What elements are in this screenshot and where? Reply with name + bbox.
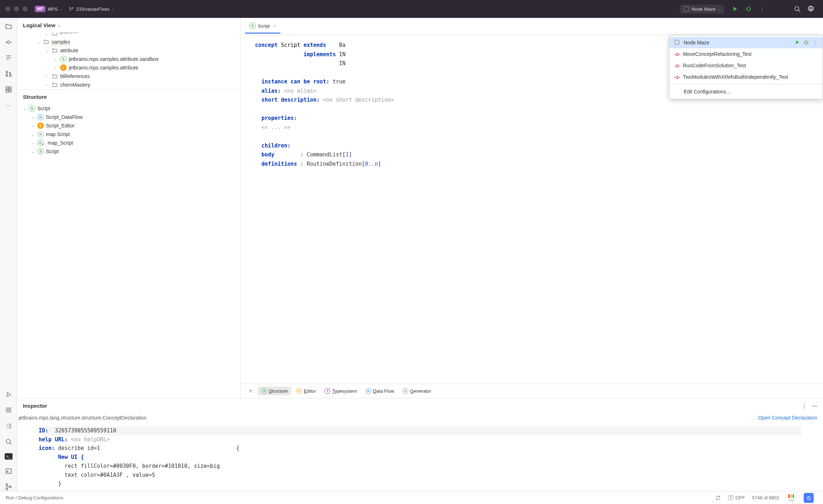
tree-item[interactable]: ⌄DScript_DataFlow (17, 113, 240, 121)
aspect-label: Typesystem (332, 388, 357, 394)
more-button[interactable]: ⋮ (757, 4, 767, 14)
branch-selector[interactable]: 233/vaclavFixes ⌄ (69, 6, 114, 12)
tree-item[interactable]: ⌄samples (17, 38, 240, 46)
run-button[interactable] (730, 4, 740, 14)
config-label: Node Maze (684, 40, 709, 45)
aspect-tab-typesystem[interactable]: TTypesystem (321, 387, 360, 395)
terminal-tool-icon[interactable]: >_ (5, 453, 13, 460)
vcs-tool-icon[interactable] (4, 483, 13, 491)
run-config-item[interactable]: Node Maze⋮ (669, 37, 823, 48)
tree-toggle[interactable]: ⌄ (46, 49, 52, 53)
close-window[interactable] (5, 6, 10, 11)
aspect-icon: G (403, 388, 408, 394)
run-tool-icon[interactable] (4, 390, 13, 399)
tree-toggle[interactable]: ⌄ (32, 132, 37, 136)
console-tool-icon[interactable] (4, 467, 13, 475)
project-tool-icon[interactable] (4, 22, 13, 31)
edit-configurations-item[interactable]: Edit Configurations… (669, 86, 823, 97)
inspector-more-icon[interactable]: ⋮ (802, 403, 807, 409)
tree-item[interactable]: ›Sjetbrains.mps.samples.attribute.sandbo… (17, 55, 240, 63)
inspector-content[interactable]: ID: 3265739055509559110 help URL: <no he… (17, 423, 823, 491)
dsl-badge[interactable]: DSL (786, 493, 796, 503)
properties-label: properties: (261, 115, 297, 121)
window-controls[interactable] (5, 6, 28, 11)
aspect-icon: D (366, 388, 371, 394)
extensions-tool-icon[interactable] (4, 85, 13, 94)
more-icon[interactable]: ⋮ (813, 40, 818, 45)
tree-item[interactable]: ⌄G▸map_Script (17, 139, 240, 147)
tree-item[interactable]: ›platform (17, 33, 240, 38)
folder-icon (52, 73, 58, 79)
inspector-title: Inspector (23, 403, 47, 409)
tree-item[interactable]: ⌄EScript_Editor (17, 121, 240, 130)
more-tool-icon[interactable]: ⋯ (4, 101, 13, 110)
run-config-selector[interactable]: Node Maze ⌄ (680, 5, 725, 14)
close-tab-icon[interactable]: × (273, 23, 276, 29)
tree-toggle[interactable]: › (46, 83, 52, 87)
tree-toggle[interactable]: › (46, 33, 52, 37)
editor-tab-script[interactable]: S Script × (245, 19, 280, 34)
debug-icon[interactable] (803, 40, 809, 45)
aspect-label: Generator (410, 388, 431, 394)
commit-tool-icon[interactable] (4, 38, 13, 47)
tree-item[interactable]: ⌄Nmap Script (17, 130, 240, 139)
tree-toggle[interactable]: ⌄ (32, 124, 37, 128)
ai-badge[interactable] (804, 493, 814, 503)
lines-tool-icon[interactable] (4, 406, 13, 415)
titlebar: MP MPS ⌄ 233/vaclavFixes ⌄ Node Maze ⌄ ⋮ (0, 0, 823, 18)
svg-point-17 (805, 41, 808, 44)
tree-item[interactable]: ⌄SScript (17, 147, 240, 156)
toff-indicator[interactable]: T:OFF (728, 495, 745, 500)
memory-indicator[interactable]: 5748 of 6802 (752, 495, 779, 500)
tree-toggle[interactable]: ⌄ (32, 141, 37, 145)
run-icon[interactable] (795, 40, 800, 45)
tree-label: jetbrains.mps.samples.attribute.sandbox (69, 56, 159, 62)
project-selector[interactable]: MP MPS ⌄ (35, 6, 62, 12)
debug-button[interactable] (744, 4, 753, 14)
tree-toggle[interactable]: › (54, 57, 60, 61)
aspect-icon: N (37, 131, 44, 137)
sync-icon[interactable] (715, 495, 721, 501)
tree-item[interactable]: ›blReferences (17, 72, 240, 81)
run-config-item[interactable]: ◁▷RunCodeFromSolution_Test (669, 60, 823, 71)
module-icon: L (60, 64, 67, 71)
tree-item[interactable]: ⌄SScript (17, 104, 240, 113)
tree-item[interactable]: ›Ljetbrains.mps.samples.attribute (17, 63, 240, 72)
aspect-tab-dataflow[interactable]: DData Flow (362, 387, 398, 395)
logical-view-header[interactable]: Logical View ⌄ (17, 18, 240, 33)
tree-toggle[interactable]: ⌄ (37, 40, 43, 44)
tree-toggle[interactable]: › (54, 66, 60, 70)
chevron-down-icon: ⌄ (111, 7, 114, 11)
run-config-item[interactable]: ◁▷TwoModulesWithXRefsBuiltIndependently_… (669, 71, 823, 83)
settings-button[interactable] (806, 4, 815, 14)
minimize-window[interactable] (14, 6, 19, 11)
open-concept-link[interactable]: Open Concept Declaration (758, 415, 817, 421)
aspect-tab-editor[interactable]: EEditor (293, 387, 319, 395)
aspect-tab-structure[interactable]: SStructure (258, 387, 292, 395)
tree-item[interactable]: ›chemMastery (17, 81, 240, 89)
run-config-name: Node Maze (692, 6, 716, 12)
structure-tree[interactable]: ⌄SScript⌄DScript_DataFlow⌄EScript_Editor… (17, 104, 240, 156)
search-button[interactable] (793, 4, 802, 14)
search-tool-icon[interactable] (4, 437, 13, 446)
svg-rect-9 (6, 90, 8, 92)
root-value: true (333, 78, 346, 85)
structure-tool-icon[interactable] (4, 54, 13, 62)
tree-toggle[interactable]: ⌄ (32, 115, 37, 119)
folder-icon (52, 33, 58, 37)
tree-label: jetbrains.mps.samples.attribute (69, 65, 138, 71)
tree-toggle[interactable]: ⌄ (23, 107, 29, 111)
svg-rect-20 (793, 494, 794, 498)
tree-toggle[interactable]: › (46, 74, 52, 78)
aspect-tab-generator[interactable]: GGenerator (399, 387, 435, 395)
aspect-icon: S (37, 148, 44, 155)
run-config-item[interactable]: ◁▷MoveConceptRefactoring_Test (669, 48, 823, 60)
pull-requests-tool-icon[interactable] (4, 69, 13, 78)
tree-toggle[interactable]: ⌄ (32, 150, 37, 154)
inspector-minimize-icon[interactable]: — (812, 403, 817, 409)
tree-item[interactable]: ⌄attribute (17, 46, 240, 55)
logical-view-tree[interactable]: ›platform⌄samples⌄attribute›Sjetbrains.m… (17, 33, 240, 89)
todo-tool-icon[interactable] (4, 422, 13, 430)
add-aspect-button[interactable]: + (245, 387, 256, 395)
maximize-window[interactable] (23, 6, 28, 11)
